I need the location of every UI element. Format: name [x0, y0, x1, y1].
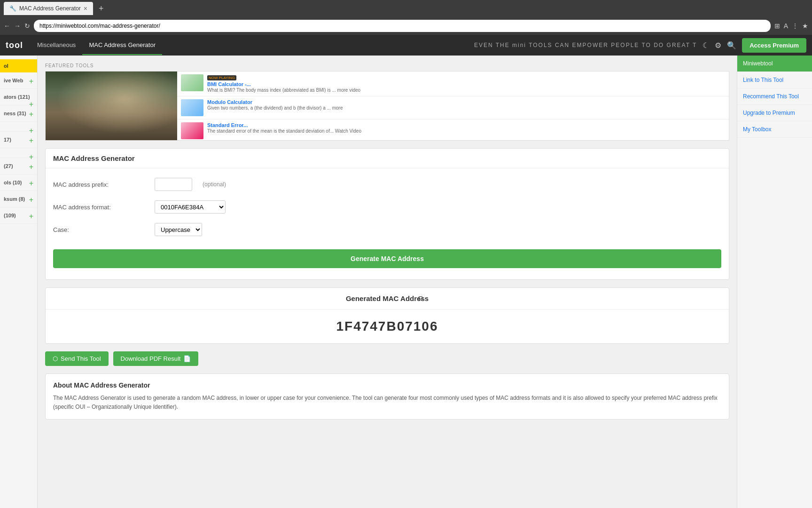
nav-mac-generator[interactable]: MAC Address Generator [82, 36, 162, 55]
featured-item-2[interactable]: Standard Error... The standard error of … [177, 119, 729, 141]
featured-item-desc-2: The standard error of the mean is the st… [207, 128, 361, 134]
featured-tools-section: FEATURED TOOLS NOW PLAYING BMI Calculato… [45, 63, 729, 141]
tool-section-header: MAC Address Generator [46, 149, 729, 168]
forward-button[interactable]: → [14, 22, 21, 30]
settings-nav-icon[interactable]: ⚙ [715, 41, 721, 50]
featured-grid: NOW PLAYING BMI Calculator -... What is … [45, 71, 729, 141]
result-value: 1F4747B07106 [46, 310, 729, 343]
sidebar: ol ive Web + ators (121) + ness (31) + +… [0, 56, 38, 508]
featured-item-text-0: NOW PLAYING BMI Calculator -... What is … [207, 74, 360, 93]
prefix-label: MAC address prefix: [53, 181, 147, 188]
refresh-button[interactable]: ↻ [24, 22, 30, 30]
tool-section: MAC Address Generator MAC address prefix… [45, 148, 729, 280]
right-panel-toolbox[interactable]: My Toolbox [737, 121, 812, 138]
featured-item-0[interactable]: NOW PLAYING BMI Calculator -... What is … [177, 71, 729, 96]
address-bar: ← → ↻ ⊞ A ⋮ ★ [0, 17, 812, 35]
result-header: Generated MAC Address [46, 288, 729, 310]
access-premium-button[interactable]: Access Premium [742, 38, 806, 53]
tool-form: MAC address prefix: (optional) MAC addre… [46, 168, 729, 279]
search-icon[interactable]: 🔍 [727, 41, 736, 50]
result-section: Generated MAC Address 1F4747B07106 [45, 287, 729, 344]
featured-item-title-1: Modulo Calculator [207, 99, 343, 105]
tagline: EVEN THE mini TOOLS CAN EMPOWER PEOPLE T… [474, 42, 697, 48]
site-logo[interactable]: tool [6, 40, 23, 50]
top-navigation: tool Miscellaneous MAC Address Generator… [0, 35, 812, 56]
settings-icon[interactable]: ⋮ [792, 22, 798, 30]
form-row-case: Case: Uppercase Lowercase [53, 223, 721, 236]
featured-thumb-2 [181, 122, 203, 139]
sidebar-item-3[interactable]: + [0, 122, 37, 132]
sidebar-highlight-label: ol [4, 63, 8, 69]
right-panel-miniwebtool[interactable]: Miniwebtool [737, 56, 812, 72]
featured-item-desc-1: Given two numbers, a (the dividend) and … [207, 105, 343, 111]
about-text: The MAC Address Generator is used to gen… [53, 394, 721, 412]
gym-image [46, 71, 177, 140]
right-panel-recommend[interactable]: Recommend This Tool [737, 88, 812, 105]
nav-left: tool Miscellaneous MAC Address Generator [6, 36, 162, 55]
tab-favicon: 🔧 [9, 5, 16, 12]
right-panel-upgrade[interactable]: Upgrade to Premium [737, 105, 812, 121]
action-buttons: ⬡ Send This Tool Download PDF Result 📄 [45, 351, 729, 366]
send-tool-button[interactable]: ⬡ Send This Tool [45, 351, 109, 366]
mac-prefix-input[interactable] [155, 178, 192, 191]
featured-item-desc-0: What is BMI? The body mass index (abbrev… [207, 87, 360, 93]
tab-close-button[interactable]: × [84, 5, 87, 12]
back-button[interactable]: ← [4, 22, 10, 30]
address-input[interactable] [34, 20, 771, 32]
mac-format-select[interactable]: 0010FA6E384A 00:10:FA:6E:38:4A 00-10-FA-… [155, 200, 226, 214]
now-playing-badge: NOW PLAYING [207, 75, 236, 80]
pdf-icon: 📄 [183, 355, 191, 362]
send-icon: ⬡ [53, 355, 58, 362]
featured-thumb-0 [181, 74, 203, 91]
dark-mode-icon[interactable]: ☾ [703, 41, 709, 50]
main-content: FEATURED TOOLS NOW PLAYING BMI Calculato… [38, 56, 737, 508]
tool-title: MAC Address Generator [53, 154, 135, 162]
featured-item-text-1: Modulo Calculator Given two numbers, a (… [207, 99, 343, 111]
featured-item-text-2: Standard Error... The standard error of … [207, 122, 361, 134]
featured-item-1[interactable]: Modulo Calculator Given two numbers, a (… [177, 96, 729, 119]
sidebar-item-9[interactable]: (109) + [0, 207, 37, 224]
nav-right: EVEN THE mini TOOLS CAN EMPOWER PEOPLE T… [474, 38, 806, 53]
generate-button[interactable]: Generate MAC Address [53, 249, 721, 268]
featured-label: FEATURED TOOLS [45, 63, 729, 68]
sidebar-item-0[interactable]: ive Web + [0, 72, 37, 89]
download-pdf-button[interactable]: Download PDF Result 📄 [113, 351, 199, 366]
active-tab[interactable]: 🔧 MAC Address Generator × [4, 2, 93, 15]
browser-tab-bar: 🔧 MAC Address Generator × + [0, 0, 812, 17]
case-select[interactable]: Uppercase Lowercase [155, 223, 202, 236]
sidebar-highlight-item[interactable]: ol [0, 59, 37, 72]
form-row-format: MAC address format: 0010FA6E384A 00:10:F… [53, 200, 721, 214]
featured-thumb-1 [181, 99, 203, 116]
optional-label: (optional) [203, 181, 226, 188]
featured-main-image[interactable] [46, 71, 177, 140]
browser-action-icons: ⊞ A ⋮ ★ [774, 22, 808, 30]
right-panel: Miniwebtool Link to This Tool Recommend … [737, 56, 812, 508]
extensions-icon[interactable]: ⊞ [774, 22, 780, 30]
right-panel-link-tool[interactable]: Link to This Tool [737, 72, 812, 88]
sidebar-item-5[interactable]: + [0, 148, 37, 158]
profile-icon[interactable]: A [784, 22, 788, 30]
sidebar-item-1[interactable]: ators (121) + [0, 89, 37, 105]
case-label: Case: [53, 226, 147, 233]
sidebar-item-8[interactable]: ksum (8) + [0, 191, 37, 207]
nav-links: Miscellaneous MAC Address Generator [31, 36, 162, 55]
bookmark-icon[interactable]: ★ [802, 22, 808, 30]
nav-miscellaneous[interactable]: Miscellaneous [31, 36, 82, 55]
featured-item-title-2: Standard Error... [207, 122, 361, 128]
tab-title: MAC Address Generator [19, 5, 81, 12]
about-title: About MAC Address Generator [53, 381, 721, 389]
new-tab-button[interactable]: + [99, 4, 104, 14]
about-section: About MAC Address Generator The MAC Addr… [45, 373, 729, 420]
featured-list: NOW PLAYING BMI Calculator -... What is … [177, 71, 729, 140]
sidebar-item-7[interactable]: ols (10) + [0, 175, 37, 191]
featured-item-title-0: BMI Calculator -... [207, 81, 360, 87]
form-row-prefix: MAC address prefix: (optional) [53, 178, 721, 191]
format-label: MAC address format: [53, 204, 147, 211]
page-layout: ol ive Web + ators (121) + ness (31) + +… [0, 56, 812, 508]
